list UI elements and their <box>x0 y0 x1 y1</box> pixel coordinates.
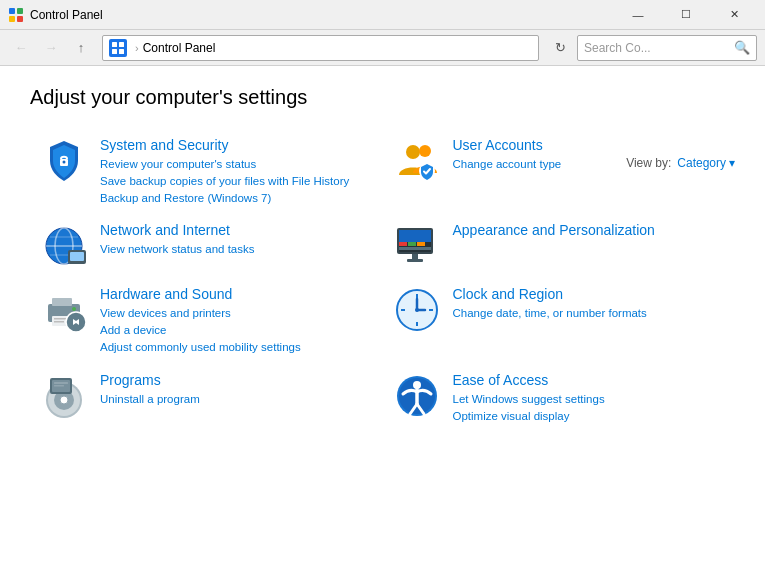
system-security-title[interactable]: System and Security <box>100 137 373 153</box>
clock-region-link-0[interactable]: Change date, time, or number formats <box>453 305 726 321</box>
back-button[interactable]: ← <box>8 35 34 61</box>
address-text: Control Panel <box>143 41 532 55</box>
svg-rect-5 <box>119 42 124 47</box>
svg-point-10 <box>406 145 420 159</box>
ease-of-access-content: Ease of Access Let Windows suggest setti… <box>453 372 726 424</box>
hardware-sound-title[interactable]: Hardware and Sound <box>100 286 373 302</box>
system-security-link-2[interactable]: Backup and Restore (Windows 7) <box>100 190 373 206</box>
search-icon: 🔍 <box>734 40 750 55</box>
svg-rect-1 <box>17 8 23 14</box>
category-item-programs: Programs Uninstall a program <box>30 364 383 432</box>
hardware-sound-link-2[interactable]: Adjust commonly used mobility settings <box>100 339 373 355</box>
title-bar-icon <box>8 7 24 23</box>
svg-rect-25 <box>408 242 416 246</box>
categories-grid: System and Security Review your computer… <box>30 129 735 432</box>
programs-links: Uninstall a program <box>100 391 373 407</box>
programs-link-0[interactable]: Uninstall a program <box>100 391 373 407</box>
forward-button[interactable]: → <box>38 35 64 61</box>
svg-rect-24 <box>399 242 407 246</box>
svg-rect-4 <box>112 42 117 47</box>
svg-rect-2 <box>9 16 15 22</box>
appearance-content: Appearance and Personalization <box>453 222 726 241</box>
network-internet-content: Network and Internet View network status… <box>100 222 373 257</box>
chevron-down-icon: ▾ <box>729 156 735 170</box>
address-bar-icon <box>109 39 127 57</box>
svg-rect-28 <box>412 254 418 259</box>
hardware-sound-link-0[interactable]: View devices and printers <box>100 305 373 321</box>
system-security-link-0[interactable]: Review your computer's status <box>100 156 373 172</box>
view-by-label: View by: <box>626 156 671 170</box>
svg-point-11 <box>419 145 431 157</box>
svg-rect-23 <box>399 230 431 242</box>
category-item-ease-of-access: Ease of Access Let Windows suggest setti… <box>383 364 736 432</box>
svg-rect-0 <box>9 8 15 14</box>
view-by-dropdown[interactable]: Category ▾ <box>677 156 735 170</box>
clock-region-title[interactable]: Clock and Region <box>453 286 726 302</box>
svg-rect-27 <box>399 247 431 250</box>
programs-title[interactable]: Programs <box>100 372 373 388</box>
svg-rect-19 <box>70 252 84 261</box>
refresh-button[interactable]: ↻ <box>547 35 573 61</box>
main-area: Adjust your computer's settings View by:… <box>0 66 765 452</box>
svg-rect-31 <box>52 298 72 306</box>
category-item-system-security: System and Security Review your computer… <box>30 129 383 214</box>
programs-icon <box>40 372 88 420</box>
system-security-links: Review your computer's status Save backu… <box>100 156 373 206</box>
appearance-title[interactable]: Appearance and Personalization <box>453 222 726 238</box>
svg-rect-53 <box>54 385 64 387</box>
category-item-hardware-sound: Hardware and Sound View devices and prin… <box>30 278 383 363</box>
address-bar[interactable]: › Control Panel <box>102 35 539 61</box>
svg-point-35 <box>72 307 76 311</box>
system-security-link-1[interactable]: Save backup copies of your files with Fi… <box>100 173 373 189</box>
ease-of-access-title[interactable]: Ease of Access <box>453 372 726 388</box>
system-security-content: System and Security Review your computer… <box>100 137 373 206</box>
system-security-icon <box>40 137 88 185</box>
category-item-clock-region: Clock and Region Change date, time, or n… <box>383 278 736 363</box>
svg-point-49 <box>60 396 68 404</box>
svg-rect-3 <box>17 16 23 22</box>
hardware-sound-links: View devices and printers Add a device A… <box>100 305 373 355</box>
close-button[interactable]: ✕ <box>711 0 757 30</box>
svg-point-9 <box>63 161 66 164</box>
ease-of-access-link-0[interactable]: Let Windows suggest settings <box>453 391 726 407</box>
search-box[interactable]: 🔍 <box>577 35 757 61</box>
hardware-sound-link-1[interactable]: Add a device <box>100 322 373 338</box>
content-area: Adjust your computer's settings View by:… <box>0 66 765 452</box>
user-accounts-icon <box>393 137 441 185</box>
svg-rect-34 <box>54 321 64 323</box>
view-by-control: View by: Category ▾ <box>626 156 735 170</box>
search-input[interactable] <box>584 41 734 55</box>
nav-bar: ← → ↑ › Control Panel ↻ 🔍 <box>0 30 765 66</box>
title-bar-controls: — ☐ ✕ <box>615 0 757 30</box>
ease-of-access-links: Let Windows suggest settings Optimize vi… <box>453 391 726 424</box>
maximize-button[interactable]: ☐ <box>663 0 709 30</box>
ease-of-access-icon <box>393 372 441 420</box>
address-separator: › <box>135 42 139 54</box>
page-title: Adjust your computer's settings <box>30 86 735 109</box>
appearance-icon <box>393 222 441 270</box>
svg-point-45 <box>415 308 419 312</box>
clock-region-content: Clock and Region Change date, time, or n… <box>453 286 726 321</box>
minimize-button[interactable]: — <box>615 0 661 30</box>
programs-content: Programs Uninstall a program <box>100 372 373 407</box>
svg-rect-20 <box>73 262 79 264</box>
clock-region-icon <box>393 286 441 334</box>
network-internet-title[interactable]: Network and Internet <box>100 222 373 238</box>
view-by-value-text: Category <box>677 156 726 170</box>
svg-rect-26 <box>417 242 425 246</box>
network-internet-link-0[interactable]: View network status and tasks <box>100 241 373 257</box>
ease-of-access-link-1[interactable]: Optimize visual display <box>453 408 726 424</box>
svg-rect-52 <box>54 382 68 384</box>
network-internet-links: View network status and tasks <box>100 241 373 257</box>
title-bar: Control Panel — ☐ ✕ <box>0 0 765 30</box>
category-item-appearance: Appearance and Personalization <box>383 214 736 278</box>
title-bar-text: Control Panel <box>30 8 615 22</box>
clock-region-links: Change date, time, or number formats <box>453 305 726 321</box>
category-item-user-accounts: User Accounts Change account type <box>383 129 736 214</box>
up-button[interactable]: ↑ <box>68 35 94 61</box>
category-item-network-internet: Network and Internet View network status… <box>30 214 383 278</box>
svg-rect-7 <box>119 49 124 54</box>
user-accounts-title[interactable]: User Accounts <box>453 137 726 153</box>
svg-rect-6 <box>112 49 117 54</box>
hardware-sound-content: Hardware and Sound View devices and prin… <box>100 286 373 355</box>
